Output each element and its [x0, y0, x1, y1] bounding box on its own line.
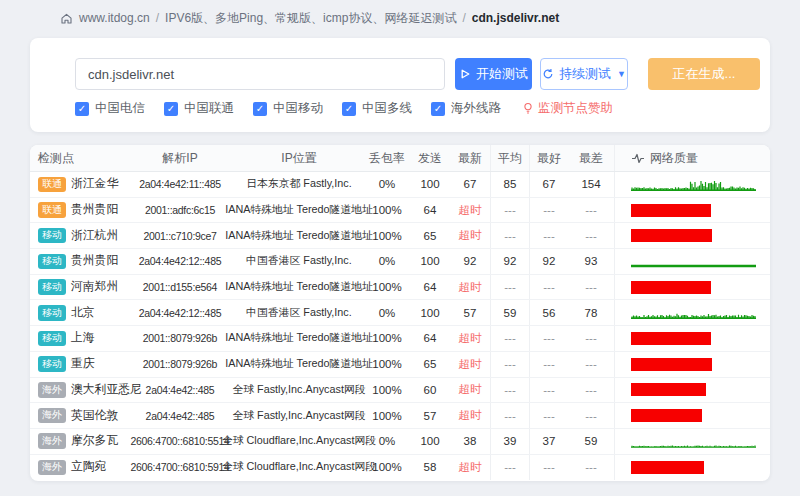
start-test-label: 开始测试 [476, 65, 528, 83]
best-cell: 37 [530, 429, 568, 454]
avg-cell: 92 [490, 249, 530, 274]
checkbox-checked-icon: ✓ [342, 102, 356, 116]
table-row: 移动河南郑州2001::d155:e564IANA特殊地址 Teredo隧道地址… [30, 275, 770, 301]
isp-badge: 移动 [38, 356, 66, 372]
worst-cell: --- [568, 275, 614, 300]
avg-cell: --- [490, 198, 530, 223]
avg-cell: --- [490, 455, 530, 481]
column-header-label: 解析IP [162, 150, 197, 167]
latest-cell: 67 [450, 172, 490, 197]
ip-location-cell: 中国香港区 Fastly,Inc. [234, 249, 364, 274]
line-checkbox-2[interactable]: ✓中国移动 [253, 100, 323, 117]
line-checkbox-1[interactable]: ✓中国联通 [164, 100, 234, 117]
target-host-input[interactable] [75, 58, 445, 90]
best-cell: --- [530, 455, 568, 481]
test-input-row: 开始测试 持续测试 ▼ 正在生成... [75, 58, 770, 90]
loss-rate-cell: 100% [364, 352, 410, 377]
node-name: 浙江金华 [71, 176, 118, 192]
breadcrumb-target: cdn.jsdelivr.net [472, 11, 559, 25]
ip-location-cell: 全球 Cloudflare,Inc.Anycast网段 [234, 455, 364, 481]
node-name: 重庆 [71, 356, 95, 372]
continuous-test-button[interactable]: 持续测试 ▼ [540, 58, 628, 90]
network-quality-cell [614, 300, 770, 325]
network-quality-cell [614, 378, 770, 403]
sent-cell: 64 [410, 198, 450, 223]
breadcrumb-site-link[interactable]: www.itdog.cn [79, 11, 150, 25]
breadcrumb-section: IPV6版、多地Ping、常规版、icmp协议、网络延迟测试 [165, 10, 456, 27]
node-name: 英国伦敦 [71, 408, 118, 424]
table-row: 海外英国伦敦2a04:4e42::485全球 Fastly,Inc.Anycas… [30, 403, 770, 429]
isp-badge: 联通 [38, 202, 66, 218]
column-header-label: 丢包率 [369, 150, 405, 167]
column-header-label: 发送 [418, 150, 442, 167]
resolved-ip-cell: 2001::adfc:6c15 [126, 198, 234, 223]
ip-location-cell: IANA特殊地址 Teredo隧道地址 [234, 198, 364, 223]
isp-badge: 海外 [38, 433, 66, 449]
network-quality-cell [614, 429, 770, 454]
loss-rate-cell: 0% [364, 249, 410, 274]
continuous-test-label: 持续测试 [559, 65, 611, 83]
line-checkbox-4[interactable]: ✓海外线路 [431, 100, 501, 117]
node-name: 北京 [71, 305, 95, 321]
chevron-down-icon: ▼ [617, 69, 626, 79]
resolved-ip-cell: 2001::d155:e564 [126, 275, 234, 300]
loss-rate-cell: 0% [364, 429, 410, 454]
isp-badge: 移动 [38, 331, 66, 347]
quality-red-bar [631, 204, 711, 217]
table-row: 海外立陶宛2606:4700::6810:5914全球 Cloudflare,I… [30, 455, 770, 481]
latest-cell: 超时 [450, 455, 490, 481]
latest-cell: 38 [450, 429, 490, 454]
line-checkbox-3[interactable]: ✓中国多线 [342, 100, 412, 117]
checkbox-label: 中国电信 [95, 100, 145, 117]
table-body: 联通浙江金华2a04:4e42:11::485日本东京都 Fastly,Inc.… [30, 172, 770, 480]
worst-cell: --- [568, 223, 614, 248]
table-row: 移动重庆2001::8079:926bIANA特殊地址 Teredo隧道地址10… [30, 352, 770, 378]
column-header-label: 网络质量 [650, 150, 698, 167]
node-name: 上海 [71, 330, 95, 346]
node-name: 贵州贵阳 [71, 253, 118, 269]
quality-red-bar [631, 332, 711, 345]
column-header-label: 最差 [579, 150, 603, 167]
network-quality-cell [614, 198, 770, 223]
sent-cell: 100 [410, 300, 450, 325]
isp-badge: 移动 [38, 279, 66, 295]
quality-red-bar [631, 229, 712, 242]
checkbox-checked-icon: ✓ [164, 102, 178, 116]
ip-location-cell: 中国香港区 Fastly,Inc. [234, 300, 364, 325]
quality-sparkline [631, 254, 756, 269]
worst-cell: 154 [568, 172, 614, 197]
test-panel: 开始测试 持续测试 ▼ 正在生成... ✓中国电信✓中国联通✓中国移动✓中国多线… [30, 38, 770, 132]
node-name: 立陶宛 [71, 459, 106, 475]
sent-cell: 100 [410, 429, 450, 454]
column-header-1: 解析IP [126, 145, 234, 171]
best-cell: 92 [530, 249, 568, 274]
worst-cell: --- [568, 326, 614, 351]
column-header-0: 检测点 [30, 145, 126, 171]
best-cell: 56 [530, 300, 568, 325]
quality-red-bar [631, 281, 711, 294]
worst-cell: --- [568, 198, 614, 223]
quality-sparkline [631, 177, 756, 192]
table-row: 移动北京2a04:4e42:12::485中国香港区 Fastly,Inc.0%… [30, 300, 770, 326]
line-checkbox-0[interactable]: ✓中国电信 [75, 100, 145, 117]
ip-location-cell: 全球 Fastly,Inc.Anycast网段 [234, 403, 364, 428]
table-row: 海外摩尔多瓦2606:4700::6810:5514全球 Cloudflare,… [30, 429, 770, 455]
start-test-button[interactable]: 开始测试 [455, 58, 532, 90]
sent-cell: 57 [410, 403, 450, 428]
generating-label: 正在生成... [673, 65, 736, 83]
node-cell: 海外英国伦敦 [30, 403, 126, 428]
worst-cell: 59 [568, 429, 614, 454]
resolved-ip-cell: 2a04:4e42::485 [126, 378, 234, 403]
quality-red-bar [631, 383, 706, 396]
resolved-ip-cell: 2a04:4e42:12::485 [126, 300, 234, 325]
quality-red-bar [631, 409, 702, 422]
ip-location-cell: IANA特殊地址 Teredo隧道地址 [234, 326, 364, 351]
best-cell: --- [530, 275, 568, 300]
generating-button[interactable]: 正在生成... [648, 58, 760, 90]
node-cell: 移动北京 [30, 300, 126, 325]
latest-cell: 超时 [450, 378, 490, 403]
sponsor-link[interactable]: 监测节点赞助 [522, 100, 613, 117]
avg-cell: --- [490, 403, 530, 428]
network-quality-cell [614, 223, 770, 248]
latest-cell: 超时 [450, 275, 490, 300]
